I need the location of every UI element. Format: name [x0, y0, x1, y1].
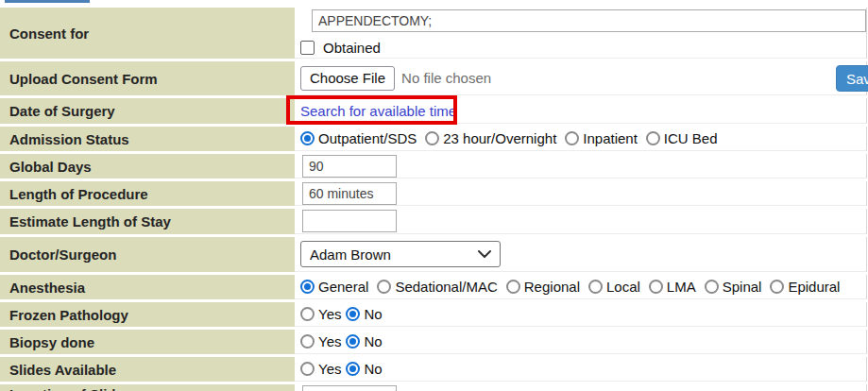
radio-frozen-pathology-no[interactable]: No [346, 306, 382, 322]
radio-general-icon[interactable] [300, 280, 315, 294]
radio-slides-yes-icon[interactable] [300, 362, 315, 376]
tab-underline [5, 0, 90, 3]
slides-available-label: Slides Available [0, 357, 295, 382]
choose-file-button[interactable]: Choose File [300, 66, 395, 91]
length-of-procedure-input[interactable] [302, 182, 397, 205]
obtained-checkbox-label: Obtained [323, 40, 381, 56]
row-slides-available: Slides Available Yes No [0, 357, 867, 382]
row-global-days: Global Days [0, 154, 867, 178]
anesthesia-label: Anesthesia [0, 275, 295, 299]
radio-inpatient-icon[interactable] [565, 131, 579, 145]
estimate-length-of-stay-label: Estimate Length of Stay [0, 209, 295, 234]
row-doctor-surgeon: Doctor/Surgeon Adam Brown [0, 237, 867, 272]
consent-label: Consent for [0, 8, 295, 59]
doctor-surgeon-label: Doctor/Surgeon [0, 237, 295, 272]
row-anesthesia: Anesthesia General Sedational/MAC Region… [0, 275, 867, 299]
radio-inpatient[interactable]: Inpatient [565, 130, 638, 146]
radio-slides-yes[interactable]: Yes [300, 361, 341, 377]
file-chosen-status: No file chosen [401, 70, 491, 86]
date-of-surgery-label: Date of Surgery [0, 98, 295, 124]
save-button[interactable]: Save [836, 65, 868, 92]
radio-23hour-overnight-icon[interactable] [425, 131, 439, 145]
doctor-surgeon-selected-value: Adam Brown [310, 246, 391, 263]
estimate-length-of-stay-input[interactable] [302, 210, 397, 232]
row-upload-consent: Upload Consent Form Choose File No file … [0, 61, 867, 95]
global-days-input[interactable] [302, 155, 397, 178]
radio-frozen-pathology-yes[interactable]: Yes [300, 306, 341, 322]
radio-spinal[interactable]: Spinal [705, 279, 762, 295]
radio-sedational-mac-icon[interactable] [377, 280, 391, 294]
radio-23hour-overnight[interactable]: 23 hour/Overnight [425, 130, 556, 146]
obtained-checkbox[interactable] [300, 41, 315, 55]
row-admission-status: Admission Status Outpatient/SDS 23 hour/… [0, 127, 867, 151]
chevron-down-icon [478, 250, 491, 258]
radio-epidural[interactable]: Epidural [770, 279, 840, 295]
doctor-surgeon-select[interactable]: Adam Brown [300, 241, 501, 267]
surgery-form: Consent for Obtained Upload Consent Form… [0, 8, 868, 391]
global-days-label: Global Days [0, 154, 295, 178]
radio-slides-no-icon[interactable] [346, 362, 360, 376]
radio-general[interactable]: General [300, 279, 368, 295]
location-of-slides-label: Location of Slides [0, 384, 295, 391]
radio-outpatient-sds[interactable]: Outpatient/SDS [300, 130, 417, 146]
row-biopsy-done: Biopsy done Yes No [0, 330, 867, 354]
radio-sedational-mac[interactable]: Sedational/MAC [377, 279, 497, 295]
radio-icu-bed-icon[interactable] [646, 131, 660, 145]
radio-local-icon[interactable] [588, 280, 603, 294]
length-of-procedure-label: Length of Procedure [0, 181, 295, 206]
radio-regional-icon[interactable] [506, 280, 520, 294]
radio-lma-icon[interactable] [649, 280, 663, 294]
radio-biopsy-no[interactable]: No [346, 333, 382, 349]
radio-local[interactable]: Local [588, 279, 640, 295]
biopsy-done-label: Biopsy done [0, 330, 295, 354]
radio-frozen-pathology-yes-icon[interactable] [300, 307, 315, 321]
consent-input[interactable] [312, 9, 866, 32]
row-consent: Consent for Obtained [0, 8, 867, 59]
radio-biopsy-yes-icon[interactable] [300, 334, 315, 348]
row-estimate-length-of-stay: Estimate Length of Stay [0, 209, 867, 234]
radio-biopsy-no-icon[interactable] [346, 334, 360, 348]
location-of-slides-input[interactable] [302, 385, 397, 391]
radio-frozen-pathology-no-icon[interactable] [346, 307, 360, 321]
row-location-of-slides: Location of Slides [0, 384, 867, 391]
radio-slides-no[interactable]: No [346, 361, 382, 377]
row-length-of-procedure: Length of Procedure [0, 181, 867, 206]
radio-outpatient-sds-icon[interactable] [300, 131, 315, 145]
row-date-of-surgery: Date of Surgery Search for available tim… [0, 98, 867, 124]
frozen-pathology-label: Frozen Pathology [0, 302, 295, 327]
upload-label: Upload Consent Form [0, 61, 295, 95]
radio-spinal-icon[interactable] [705, 280, 719, 294]
row-frozen-pathology: Frozen Pathology Yes No [0, 302, 867, 327]
radio-icu-bed[interactable]: ICU Bed [646, 130, 718, 146]
admission-status-label: Admission Status [0, 127, 295, 151]
radio-biopsy-yes[interactable]: Yes [300, 333, 341, 349]
radio-regional[interactable]: Regional [506, 279, 580, 295]
search-available-time-link[interactable]: Search for available time [300, 103, 456, 119]
radio-lma[interactable]: LMA [649, 279, 696, 295]
radio-epidural-icon[interactable] [770, 280, 784, 294]
top-strip [0, 0, 868, 8]
